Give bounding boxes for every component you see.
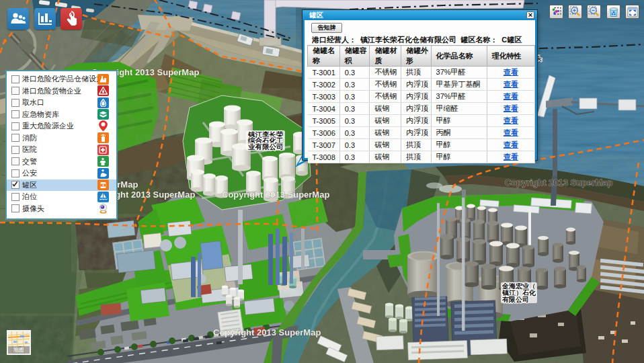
svg-text:Copyright 2013 SuperMap: Copyright 2013 SuperMap: [213, 327, 321, 337]
svg-text:有限公司: 有限公司: [501, 296, 529, 303]
svg-text:业有限公司: 业有限公司: [248, 143, 284, 151]
svg-text:Copyright 2013 SuperMap: Copyright 2013 SuperMap: [222, 190, 329, 200]
svg-text:Copyright 2013 SuperMap: Copyright 2013 SuperMap: [505, 177, 612, 188]
